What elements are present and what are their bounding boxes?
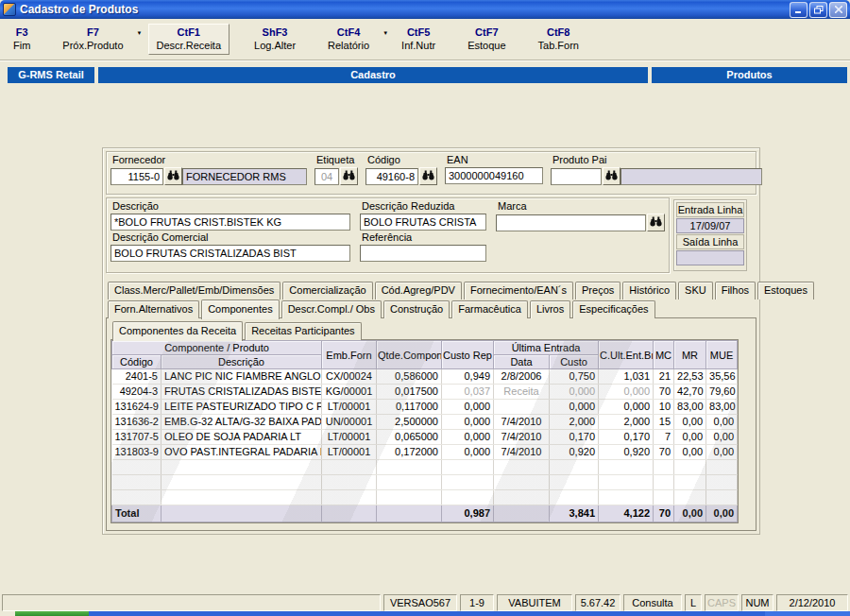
- taskbar-tray-fragment[interactable]: [765, 611, 850, 616]
- descricao-label: Descrição: [112, 200, 350, 212]
- etiqueta-search-button[interactable]: [340, 167, 358, 185]
- dropdown-arrow-icon[interactable]: ▼: [137, 30, 143, 36]
- toolbar-button-label: Próx.Produto: [62, 40, 123, 51]
- empty-cell: [377, 460, 442, 475]
- codigo-group: Código: [366, 153, 437, 193]
- taskbar-strip[interactable]: [89, 611, 765, 616]
- dropdown-arrow-icon[interactable]: ▼: [382, 30, 388, 36]
- produto-pai-search-button[interactable]: [603, 167, 620, 185]
- empty-cell: [322, 475, 377, 490]
- empty-cell: [442, 460, 494, 475]
- restore-button[interactable]: [809, 2, 827, 18]
- tab-sku[interactable]: SKU: [678, 282, 713, 299]
- toolbar-button-inf-nutr[interactable]: CtF5Inf.Nutr: [394, 25, 443, 54]
- empty-cell: [112, 490, 162, 505]
- marca-input[interactable]: [496, 214, 646, 231]
- tab-especifica-es[interactable]: Especificações: [572, 300, 654, 318]
- supplier-row: Fornecedor Etiqueta Código EAN: [106, 151, 756, 195]
- tab-forn-alternativos[interactable]: Forn.Alternativos: [108, 300, 199, 318]
- subtab-receitas-participantes[interactable]: Receitas Participantes: [245, 322, 361, 340]
- produto-pai-input[interactable]: [551, 168, 602, 185]
- table-row[interactable]: 131636-2EMB.G-32 ALTA/G-32 BAIXA PADARIA…: [112, 415, 738, 430]
- shortcut-key-label: CtF4: [328, 26, 369, 38]
- empty-cell: [322, 490, 377, 505]
- descricao-reduzida-input[interactable]: [360, 214, 486, 231]
- tab-hist-rico[interactable]: Histórico: [622, 282, 676, 299]
- empty-cell: [162, 490, 322, 505]
- empty-cell: [654, 460, 674, 475]
- fornecedor-code-input[interactable]: [110, 168, 163, 185]
- header-mc: MC: [654, 341, 674, 369]
- cell: 0,000: [599, 385, 654, 400]
- sub-tab-strip: Componentes da ReceitaReceitas Participa…: [110, 321, 752, 340]
- cell: 0,00: [706, 415, 738, 430]
- cell: 0,00: [706, 430, 738, 445]
- tab-c-d-agreg-pdv[interactable]: Cód.Agreg/PDV: [375, 282, 462, 299]
- tab-fornecimento-ean-s[interactable]: Fornecimento/EAN´s: [464, 282, 573, 299]
- codigo-search-button[interactable]: [419, 167, 437, 185]
- tab-constru-o[interactable]: Construção: [383, 300, 450, 318]
- cell: LANC PIC NIC FIAMBRE ANGLO 320G: [162, 369, 322, 385]
- toolbar-button-tab-forn[interactable]: CtF8Tab.Forn: [531, 25, 586, 54]
- empty-row: [112, 460, 738, 475]
- empty-cell: [550, 460, 599, 475]
- cell: 83,00: [674, 400, 706, 415]
- subtab-componentes-da-receita[interactable]: Componentes da Receita: [112, 321, 243, 341]
- table-row[interactable]: 49204-3FRUTAS CRISTALIZADAS BISTEK KGKG/…: [112, 385, 738, 400]
- etiqueta-label: Etiqueta: [316, 154, 356, 165]
- tab-livros[interactable]: Livros: [530, 300, 570, 318]
- app-name-banner: G-RMS Retail: [8, 67, 94, 83]
- table-row[interactable]: 2401-5LANC PIC NIC FIAMBRE ANGLO 320GCX/…: [112, 369, 738, 385]
- fornecedor-search-button[interactable]: [164, 167, 182, 185]
- produto-pai-name-field: [620, 168, 762, 185]
- toolbar-button-descr-receita[interactable]: CtF1Descr.Receita: [148, 24, 230, 55]
- start-button-fragment[interactable]: [15, 611, 89, 616]
- empty-cell: [550, 475, 599, 490]
- tab-pre-os[interactable]: Preços: [575, 282, 620, 299]
- cell: 22,53: [674, 369, 706, 385]
- table-row[interactable]: 131707-5OLEO DE SOJA PADARIA LTLT/000010…: [112, 430, 738, 445]
- descricao-input[interactable]: [110, 214, 350, 231]
- minimize-button[interactable]: [790, 2, 808, 18]
- toolbar-button-label: Log.Alter: [254, 40, 296, 51]
- toolbar-button-pr-x-produto[interactable]: F7Próx.Produto: [55, 25, 130, 54]
- tab-farmac-utica[interactable]: Farmacêutica: [451, 300, 528, 318]
- tab-comercializa-o[interactable]: Comercialização: [282, 282, 372, 299]
- close-button[interactable]: [829, 2, 847, 18]
- total-row: Total0,9873,8414,122700,000,00: [112, 505, 738, 522]
- table-row[interactable]: 131803-9OVO PAST.INTEGRAL PADARIA LTLT/0…: [112, 445, 738, 460]
- tab-filhos[interactable]: Filhos: [715, 282, 756, 299]
- cell: 0,000: [550, 400, 599, 415]
- tab-strip-2: Forn.AlternativosComponentesDescr.Compl.…: [106, 299, 756, 318]
- cell: OVO PAST.INTEGRAL PADARIA LT: [162, 445, 322, 460]
- referencia-input[interactable]: [360, 245, 486, 262]
- tab-class-merc-pallet-emb-dimens-es[interactable]: Class.Merc/Pallet/Emb/Dimensões: [108, 282, 280, 299]
- descricao-comercial-input[interactable]: [110, 245, 350, 262]
- etiqueta-input[interactable]: [314, 168, 339, 185]
- tab-componentes[interactable]: Componentes: [201, 299, 280, 319]
- cell: LT/00001: [322, 445, 377, 460]
- status-cell-versao567: VERSAO567: [383, 594, 457, 611]
- toolbar-button-estoque[interactable]: CtF7Estoque: [460, 25, 513, 54]
- cell: 2,500000: [377, 415, 442, 430]
- total-cell: Total: [112, 505, 162, 522]
- toolbar-button-fim[interactable]: F3Fim: [6, 25, 38, 54]
- cell: 0,920: [550, 445, 599, 460]
- empty-cell: [674, 475, 706, 490]
- status-cell-consulta: Consulta: [623, 594, 682, 611]
- components-grid: Componente / Produto Emb.Forn Qtde.Compo…: [110, 339, 739, 523]
- toolbar-button-log-alter[interactable]: ShF3Log.Alter: [246, 25, 303, 54]
- module-banner: Cadastro: [98, 67, 648, 83]
- status-cell-caps: CAPS: [705, 594, 739, 611]
- tab-descr-compl-obs[interactable]: Descr.Compl./ Obs: [281, 300, 382, 318]
- tab-estoques[interactable]: Estoques: [757, 282, 814, 299]
- codigo-label: Código: [367, 154, 435, 165]
- header-codigo: Código: [112, 355, 162, 369]
- app-icon: [3, 3, 16, 16]
- marca-search-button[interactable]: [647, 214, 665, 231]
- codigo-input[interactable]: [366, 168, 418, 185]
- toolbar-button-relat-rio[interactable]: CtF4Relatório: [320, 25, 377, 54]
- table-row[interactable]: 131624-9LEITE PASTEURIZADO TIPO C PADARI…: [112, 400, 738, 415]
- status-cell-5-67-42: 5.67.42: [575, 594, 620, 611]
- ean-input[interactable]: [445, 167, 543, 184]
